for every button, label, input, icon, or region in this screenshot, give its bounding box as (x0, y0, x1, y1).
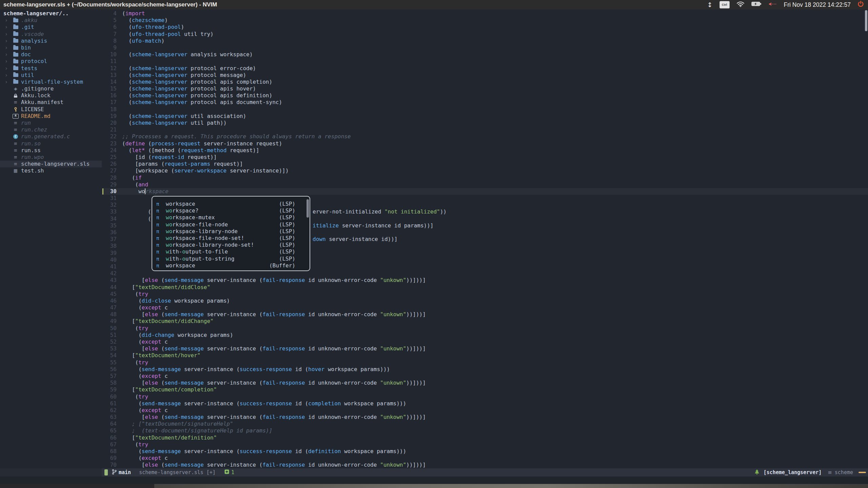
code-line-17[interactable]: 17 (scheme-langserver protocol apis docu… (102, 99, 868, 106)
code-line-56[interactable]: 56 (send-message server-instance (succes… (102, 366, 868, 373)
code-line-15[interactable]: 15 (scheme-langserver protocol apis hove… (102, 85, 868, 92)
code-line-53[interactable]: 53 [else (send-message server-instance (… (102, 345, 868, 352)
ctrl-key-icon[interactable]: Ctrl (719, 1, 730, 8)
tree-item-readme-md[interactable]: MREADME.md (0, 113, 102, 120)
code-line-30[interactable]: 30 workspace (102, 188, 868, 195)
code-line-26[interactable]: 26 [params (request-params request)] (102, 161, 868, 167)
code-line-52[interactable]: 52 (except c (102, 339, 868, 345)
code-line-66[interactable]: 66 ["textDocument/definition" (102, 434, 868, 441)
code-line-14[interactable]: 14 (scheme-langserver protocol apis comp… (102, 79, 868, 85)
tree-item-run-chez[interactable]: ≡run.chez (0, 126, 102, 133)
tree-item-protocol[interactable]: ›protocol (0, 58, 102, 65)
chevron-right-icon[interactable]: › (0, 24, 12, 30)
code-line-48[interactable]: 48 [else (send-message server-instance (… (102, 311, 868, 318)
completion-item-workspace[interactable]: πworkspace(Buffer) (152, 262, 310, 269)
code-line-7[interactable]: 7 (ufo-thread-pool util try) (102, 31, 868, 38)
code-line-11[interactable]: 11 (102, 58, 868, 65)
code-line-20[interactable]: 20 (scheme-langserver util path)) (102, 120, 868, 126)
tree-item-run-so[interactable]: ≡run.so (0, 140, 102, 147)
completion-item-workspace-library-node[interactable]: πworkspace-library-node(LSP) (152, 228, 310, 235)
tree-item-run-ss[interactable]: ≡run.ss (0, 147, 102, 154)
code-line-18[interactable]: 18 (102, 106, 868, 113)
code-line-19[interactable]: 19 (scheme-langserver util association) (102, 113, 868, 120)
bottom-dock-bar[interactable] (154, 484, 868, 488)
clock[interactable]: Fri Nov 18 2022 14:22:57 (784, 1, 851, 8)
chevron-right-icon[interactable]: › (0, 51, 12, 58)
code-line-45[interactable]: 45 (try (102, 291, 868, 298)
completion-item-workspace-file-node-set-[interactable]: πworkspace-file-node-set!(LSP) (152, 235, 310, 242)
tree-item-akku-manifest[interactable]: ≡Akku.manifest (0, 99, 102, 106)
code-line-10[interactable]: 10 (scheme-langserver analysis workspace… (102, 51, 868, 58)
tree-item-run-generated-c[interactable]: Crun.generated.c (0, 133, 102, 140)
code-line-69[interactable]: 69 (except c (102, 455, 868, 462)
code-line-9[interactable]: 9 (102, 44, 868, 51)
chevron-right-icon[interactable]: › (0, 17, 12, 24)
tree-item-virtual-file-system[interactable]: ›virtual-file-system (0, 79, 102, 85)
tree-item-bin[interactable]: ›bin (0, 44, 102, 51)
code-line-27[interactable]: 27 [workspace (server-workspace server-i… (102, 167, 868, 174)
chevron-right-icon[interactable]: › (0, 44, 12, 51)
popup-scrollbar[interactable] (307, 199, 309, 218)
completion-item-workspace[interactable]: πworkspace(LSP) (152, 201, 310, 207)
command-line[interactable] (0, 476, 868, 484)
chevron-right-icon[interactable]: › (0, 38, 12, 44)
code-line-49[interactable]: 49 ["textDocument/didChange" (102, 318, 868, 325)
code-line-23[interactable]: 23(define (process-request server-instan… (102, 140, 868, 147)
code-line-4[interactable]: 4(import (102, 10, 868, 17)
tree-item-run[interactable]: ≡run (0, 120, 102, 126)
code-line-65[interactable]: 65 ; (text-document/signatureHelp id par… (102, 427, 868, 434)
code-line-58[interactable]: 58 [else (send-message server-instance (… (102, 380, 868, 386)
code-line-63[interactable]: 63 [else (send-message server-instance (… (102, 414, 868, 421)
editor-scrollbar[interactable] (865, 10, 867, 31)
code-line-44[interactable]: 44 ["textDocument/didClose" (102, 284, 868, 291)
code-line-70[interactable]: 70 [else (send-message server-instance (… (102, 462, 868, 468)
code-line-22[interactable]: 22;; Processes a request. This procedure… (102, 133, 868, 140)
tree-item-test-sh[interactable]: ▦test.sh (0, 167, 102, 174)
completion-item-workspace-library-node-set-[interactable]: πworkspace-library-node-set!(LSP) (152, 242, 310, 248)
code-line-43[interactable]: 43 [else (send-message server-instance (… (102, 277, 868, 284)
code-line-28[interactable]: 28 (if (102, 175, 868, 181)
tree-root-header[interactable]: scheme-langserver/.. (0, 10, 102, 17)
code-line-50[interactable]: 50 (try (102, 325, 868, 332)
chevron-right-icon[interactable]: › (0, 31, 12, 38)
code-line-59[interactable]: 59 ["textDocument/completion" (102, 386, 868, 393)
code-line-67[interactable]: 67 (try (102, 441, 868, 448)
tree-item-run-wpo[interactable]: ≡run.wpo (0, 154, 102, 161)
code-line-21[interactable]: 21 (102, 126, 868, 133)
completion-item-workspace-file-node[interactable]: πworkspace-file-node(LSP) (152, 221, 310, 228)
code-line-57[interactable]: 57 (except c (102, 373, 868, 380)
code-line-62[interactable]: 62 (except c (102, 407, 868, 414)
code-line-8[interactable]: 8 (ufo-match) (102, 38, 868, 44)
code-line-54[interactable]: 54 ["textDocument/hover" (102, 352, 868, 359)
tree-item-tests[interactable]: ›tests (0, 65, 102, 72)
code-line-5[interactable]: 5 (chezscheme) (102, 17, 868, 24)
tree-item--vscode[interactable]: ›.vscode (0, 31, 102, 38)
volume-muted-icon[interactable] (768, 1, 777, 8)
code-line-6[interactable]: 6 (ufo-thread-pool) (102, 24, 868, 30)
updown-arrow-icon[interactable]: ↕ (707, 1, 713, 8)
tree-item-analysis[interactable]: ›analysis (0, 38, 102, 44)
completion-item-with-output-to-file[interactable]: πwith-output-to-file(LSP) (152, 248, 310, 255)
code-line-61[interactable]: 61 (send-message server-instance (succes… (102, 400, 868, 407)
power-icon[interactable] (857, 1, 864, 9)
code-line-25[interactable]: 25 [id (request-id request)] (102, 154, 868, 161)
completion-item-workspace-mutex[interactable]: πworkspace-mutex(LSP) (152, 214, 310, 221)
battery-icon[interactable] (751, 1, 762, 8)
chevron-right-icon[interactable]: › (0, 65, 12, 72)
code-line-55[interactable]: 55 (try (102, 359, 868, 366)
code-line-16[interactable]: 16 (scheme-langserver protocol apis defi… (102, 92, 868, 99)
tree-item-akku-lock[interactable]: Akku.lock (0, 92, 102, 99)
chevron-right-icon[interactable]: › (0, 79, 12, 85)
tree-item-util[interactable]: ›util (0, 72, 102, 79)
code-line-47[interactable]: 47 (except c (102, 304, 868, 311)
tree-item--gitignore[interactable]: ◈.gitignore (0, 85, 102, 92)
wifi-icon[interactable] (736, 1, 745, 9)
code-line-46[interactable]: 46 (did-close workspace params) (102, 298, 868, 304)
code-line-51[interactable]: 51 (did-change workspace params) (102, 332, 868, 339)
chevron-right-icon[interactable]: › (0, 72, 12, 79)
code-line-64[interactable]: 64 ; ["textDocument/signatureHelp" (102, 421, 868, 427)
code-line-60[interactable]: 60 (try (102, 393, 868, 400)
code-line-12[interactable]: 12 (scheme-langserver protocol error-cod… (102, 65, 868, 72)
code-line-13[interactable]: 13 (scheme-langserver protocol message) (102, 72, 868, 79)
code-line-42[interactable]: 42 (102, 270, 868, 277)
